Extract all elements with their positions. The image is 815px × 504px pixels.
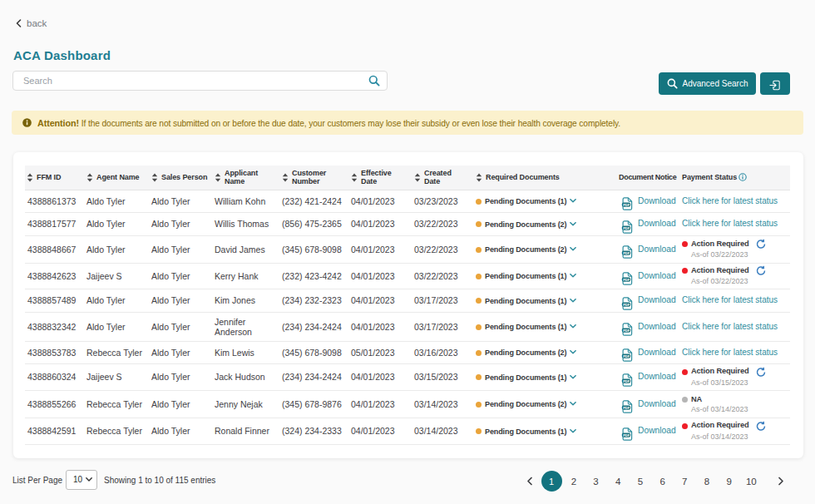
svg-text:PDF: PDF: [623, 203, 630, 207]
svg-text:PDF: PDF: [623, 302, 630, 306]
svg-text:PDF: PDF: [623, 406, 630, 410]
svg-text:PDF: PDF: [623, 378, 630, 383]
svg-text:PDF: PDF: [623, 225, 630, 230]
svg-text:PDF: PDF: [623, 354, 630, 358]
svg-text:PDF: PDF: [623, 329, 630, 333]
svg-text:PDF: PDF: [623, 278, 630, 282]
svg-text:PDF: PDF: [623, 251, 630, 255]
svg-text:PDF: PDF: [623, 432, 630, 437]
